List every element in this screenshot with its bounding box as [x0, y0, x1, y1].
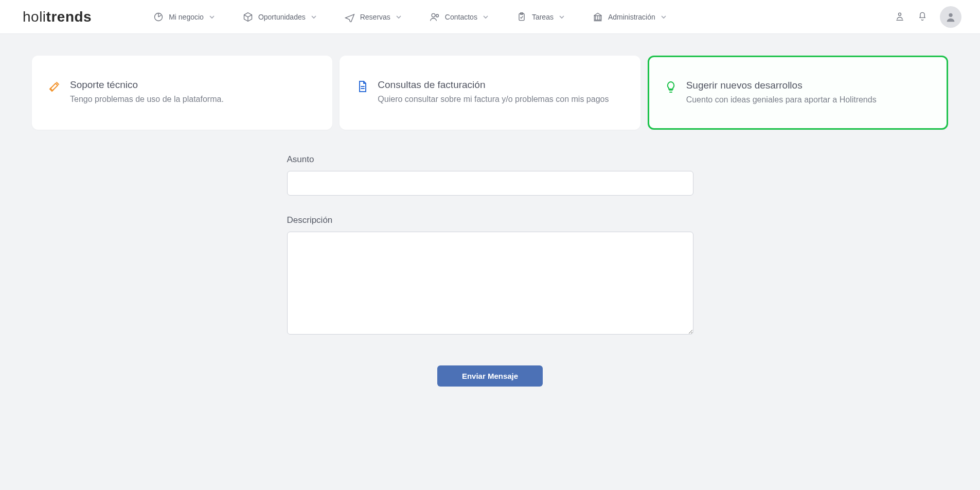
- bell-icon[interactable]: [917, 11, 928, 23]
- subject-input[interactable]: [287, 171, 693, 196]
- svg-point-10: [899, 13, 901, 15]
- chevron-down-icon: [661, 14, 667, 20]
- nav-administracion[interactable]: Administración: [593, 12, 667, 22]
- brand-text: holitrends: [23, 9, 92, 25]
- chevron-down-icon: [396, 14, 402, 20]
- nav-label: Tareas: [532, 13, 554, 21]
- page-body: Soporte técnico Tengo problemas de uso d…: [0, 34, 980, 407]
- app-header: holitrends Mi negocio Oportunidades: [0, 0, 980, 34]
- chevron-down-icon: [311, 14, 317, 20]
- submit-row: Enviar Mensaje: [287, 365, 693, 387]
- chevron-down-icon: [483, 14, 489, 20]
- chevron-down-icon: [209, 14, 215, 20]
- nav-label: Reservas: [360, 13, 390, 21]
- subject-group: Asunto: [287, 154, 693, 196]
- main-nav: Mi negocio Oportunidades Reservas: [153, 12, 667, 22]
- svg-point-4: [432, 13, 435, 17]
- card-description: Quiero consultar sobre mi factura y/o pr…: [378, 94, 623, 105]
- nav-mi-negocio[interactable]: Mi negocio: [153, 12, 215, 22]
- card-description: Cuento con ideas geniales para aportar a…: [686, 94, 931, 106]
- nav-reservas[interactable]: Reservas: [345, 12, 402, 22]
- brand-logo[interactable]: holitrends: [19, 9, 92, 25]
- support-icon[interactable]: [895, 11, 905, 23]
- card-body: Sugerir nuevos desarrollos Cuento con id…: [686, 80, 931, 106]
- card-sugerir-desarrollos[interactable]: Sugerir nuevos desarrollos Cuento con id…: [648, 56, 948, 130]
- header-actions: [895, 6, 961, 28]
- nav-contactos[interactable]: Contactos: [430, 12, 489, 22]
- nav-label: Oportunidades: [258, 13, 306, 21]
- card-title: Soporte técnico: [70, 79, 316, 91]
- card-soporte-tecnico[interactable]: Soporte técnico Tengo problemas de uso d…: [32, 56, 332, 130]
- dashboard-icon: [153, 12, 164, 22]
- tools-icon: [48, 80, 61, 93]
- nav-oportunidades[interactable]: Oportunidades: [243, 12, 317, 22]
- nav-label: Contactos: [445, 13, 477, 21]
- card-body: Soporte técnico Tengo problemas de uso d…: [70, 79, 316, 105]
- card-title: Consultas de facturación: [378, 79, 623, 91]
- card-description: Tengo problemas de uso de la plataforma.: [70, 94, 316, 105]
- submit-button[interactable]: Enviar Mensaje: [437, 365, 543, 387]
- description-label: Descripción: [287, 215, 693, 225]
- lightbulb-icon: [665, 81, 677, 93]
- chevron-down-icon: [559, 14, 565, 20]
- nav-tareas[interactable]: Tareas: [516, 12, 565, 22]
- card-consultas-facturacion[interactable]: Consultas de facturación Quiero consulta…: [340, 56, 640, 130]
- box-icon: [243, 12, 253, 22]
- users-icon: [430, 12, 440, 22]
- svg-point-12: [949, 13, 952, 16]
- nav-label: Administración: [608, 13, 655, 21]
- document-icon: [356, 80, 368, 93]
- contact-form: Asunto Descripción Enviar Mensaje: [287, 154, 693, 387]
- description-textarea[interactable]: [287, 232, 693, 335]
- category-cards: Soporte técnico Tengo problemas de uso d…: [32, 56, 948, 130]
- subject-label: Asunto: [287, 154, 693, 165]
- avatar[interactable]: [940, 6, 961, 28]
- card-body: Consultas de facturación Quiero consulta…: [378, 79, 623, 105]
- nav-label: Mi negocio: [169, 13, 204, 21]
- plane-icon: [345, 12, 355, 22]
- bank-icon: [593, 12, 603, 22]
- description-group: Descripción: [287, 215, 693, 337]
- card-title: Sugerir nuevos desarrollos: [686, 80, 931, 91]
- svg-point-5: [436, 14, 438, 17]
- clipboard-check-icon: [516, 12, 527, 22]
